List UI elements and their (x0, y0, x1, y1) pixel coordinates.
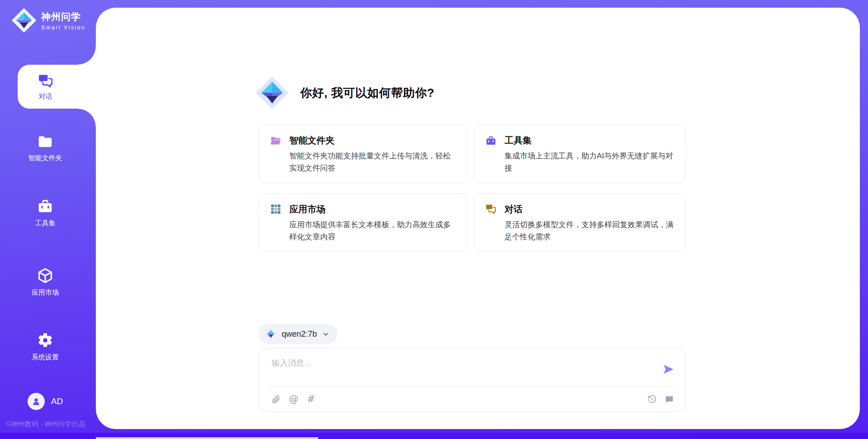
feature-cards: 智能文件夹 智能文件夹功能支持批量文件上传与清洗，轻松实现文件问答 工具集 集成… (259, 124, 685, 252)
gear-icon (37, 332, 54, 349)
message-composer: @ # (259, 348, 685, 412)
user-initials: AD (51, 396, 63, 406)
sidebar-item-label: 工具集 (35, 219, 56, 228)
person-icon (31, 396, 41, 406)
chat-bubbles-icon (485, 203, 497, 215)
send-button[interactable] (661, 363, 675, 377)
brand-name: 神州问学 (41, 10, 85, 23)
feedback-button[interactable] (665, 395, 674, 404)
sidebar-item-label: 智能文件夹 (28, 154, 62, 162)
avatar (28, 393, 45, 410)
greeting-title: 你好, 我可以如何帮助你? (300, 85, 434, 101)
history-button[interactable] (647, 395, 657, 404)
folder-open-icon (270, 135, 282, 147)
main-panel: 你好, 我可以如何帮助你? 智能文件夹 智能文件夹功能支持批量文件上传与清洗，轻… (96, 8, 860, 429)
briefcase-icon (485, 135, 497, 147)
card-title: 工具集 (505, 134, 532, 147)
message-input[interactable] (272, 358, 633, 383)
cube-icon (37, 267, 54, 284)
sidebar: 神州问学 Smart Vision 对话 智能文件夹 (0, 0, 96, 439)
card-description: 智能文件夹功能支持批量文件上传与清洗，轻松实现文件问答 (289, 150, 457, 175)
mention-button[interactable]: @ (289, 395, 298, 404)
model-logo-icon (265, 328, 277, 340)
brand-diamond-icon (11, 7, 37, 33)
model-name: qwen2:7b (282, 329, 317, 339)
sidebar-item-chat[interactable]: 对话 (18, 65, 96, 109)
topic-button[interactable]: # (307, 395, 315, 404)
card-title: 应用市场 (289, 203, 326, 215)
sidebar-item-label: 应用市场 (32, 288, 59, 297)
history-icon (647, 395, 657, 404)
toolbox-icon (37, 198, 54, 215)
card-smart-folder[interactable]: 智能文件夹 智能文件夹功能支持批量文件上传与清洗，轻松实现文件问答 (259, 124, 468, 183)
assistant-logo-icon (255, 76, 289, 110)
sidebar-item-smart-folder[interactable]: 智能文件夹 (0, 133, 90, 162)
app-window: 神州问学 Smart Vision 对话 智能文件夹 (0, 0, 868, 439)
sidebar-item-label: 系统设置 (32, 353, 59, 362)
card-app-market[interactable]: 应用市场 应用市场提供丰富长文本模板，助力高效生成多样化文章内容 (259, 193, 468, 252)
brand-logo: 神州问学 Smart Vision (11, 7, 85, 33)
card-description: 应用市场提供丰富长文本模板，助力高效生成多样化文章内容 (289, 219, 457, 243)
active-tab-fillet-bottom (78, 109, 96, 127)
card-title: 对话 (505, 203, 523, 215)
brand-subtitle: Smart Vision (41, 24, 85, 31)
card-chat[interactable]: 对话 灵活切换多模型文件，支持多样回复效果调试，满足个性化需求 (474, 193, 685, 252)
folder-icon (37, 133, 54, 150)
active-tab-fillet-top (78, 47, 96, 65)
chat-bubbles-icon (38, 73, 54, 89)
scrollbar-track[interactable] (96, 437, 318, 439)
user-profile[interactable]: AD (0, 393, 90, 410)
chevron-down-icon (322, 330, 330, 338)
at-icon: @ (289, 395, 298, 404)
greeting-block: 你好, 我可以如何帮助你? (255, 76, 434, 110)
sidebar-item-app-market[interactable]: 应用市场 (0, 267, 90, 297)
copyright-text: ©神州数码 · 神州问学出品 (6, 420, 85, 429)
send-arrow-icon (662, 363, 675, 376)
card-description: 集成市场上主流工具，助力AI与外界无缝扩展与对接 (505, 150, 674, 175)
grid-icon (270, 203, 282, 215)
hash-icon: # (307, 395, 315, 404)
model-selector[interactable]: qwen2:7b (259, 324, 338, 344)
sidebar-item-settings[interactable]: 系统设置 (0, 332, 90, 362)
paperclip-icon (271, 395, 280, 404)
card-toolbox[interactable]: 工具集 集成市场上主流工具，助力AI与外界无缝扩展与对接 (474, 124, 685, 183)
sidebar-item-label: 对话 (39, 92, 52, 101)
card-title: 智能文件夹 (289, 134, 335, 147)
chat-filled-icon (665, 395, 674, 404)
card-description: 灵活切换多模型文件，支持多样回复效果调试，满足个性化需求 (505, 219, 674, 243)
attach-button[interactable] (271, 395, 280, 404)
sidebar-item-toolbox[interactable]: 工具集 (0, 198, 90, 228)
